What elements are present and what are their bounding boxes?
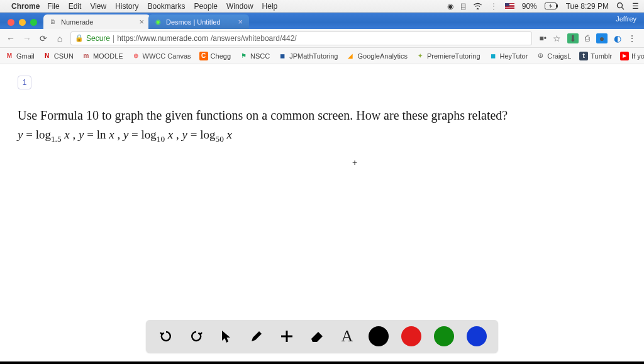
mac-menu-window[interactable]: Window — [226, 2, 253, 11]
eraser-tool[interactable] — [308, 327, 326, 345]
svg-point-2 — [618, 3, 623, 8]
mac-menu-help[interactable]: Help — [262, 2, 278, 11]
spotlight-icon[interactable] — [616, 2, 625, 10]
mac-menu-bookmarks[interactable]: Bookmarks — [148, 2, 186, 11]
browser-tab-active[interactable]: 🗎 Numerade × — [43, 14, 150, 29]
tab-close-icon[interactable]: × — [238, 17, 243, 26]
color-red[interactable] — [401, 326, 421, 346]
forward-button[interactable]: → — [21, 33, 33, 43]
menu-list-icon[interactable]: ☰ — [632, 2, 639, 11]
bottom-border — [0, 361, 644, 364]
bookmark-premiere[interactable]: ✦PremiereTutoring — [416, 52, 480, 60]
pencil-tool[interactable] — [248, 327, 265, 345]
back-button[interactable]: ← — [5, 33, 16, 43]
crosshair-cursor-icon: + — [352, 157, 357, 168]
bookmark-csun[interactable]: NCSUN — [43, 52, 74, 60]
video-icon[interactable]: ■• — [540, 34, 547, 43]
reload-button[interactable]: ⟳ — [38, 33, 49, 43]
bookmark-star-icon[interactable]: ☆ — [553, 33, 561, 43]
chrome-toolbar: ← → ⟳ ⌂ 🔒 Secure | https://www.numerade.… — [0, 29, 644, 48]
airplay-icon[interactable]: ⌸ — [461, 2, 465, 11]
bookmark-chegg[interactable]: CChegg — [199, 52, 231, 60]
clock[interactable]: Tue 8:29 PM — [566, 2, 609, 11]
mac-menu-people[interactable]: People — [194, 2, 218, 11]
tab-close-icon[interactable]: × — [139, 17, 144, 26]
bookmark-jpmath[interactable]: ◼JPMathTutoring — [278, 52, 338, 60]
bookmarks-bar: MGmail NCSUN mMOODLE ⊕WWCC Canvas CChegg… — [0, 48, 644, 64]
url-host: https://www.numerade.com — [117, 34, 208, 43]
bookmark-tumblr[interactable]: tTumblr — [579, 52, 612, 60]
bookmark-wwcc[interactable]: ⊕WWCC Canvas — [131, 52, 191, 60]
color-green[interactable] — [434, 326, 454, 346]
bookmark-gmail[interactable]: MGmail — [5, 52, 35, 60]
battery-percent: 90% — [522, 2, 537, 11]
color-blue[interactable] — [467, 326, 487, 346]
address-bar[interactable]: 🔒 Secure | https://www.numerade.com/answ… — [70, 31, 532, 45]
battery-icon[interactable] — [545, 3, 558, 9]
bookmark-nscc[interactable]: ⚑NSCC — [239, 52, 270, 60]
chrome-menu-icon[interactable]: ⋮ — [628, 33, 636, 43]
whiteboard-toolbar: A — [146, 320, 498, 353]
bookmark-moodle[interactable]: mMOODLE — [82, 52, 123, 60]
page-icon: 🗎 — [48, 18, 57, 26]
svg-line-3 — [622, 8, 625, 10]
window-close[interactable] — [8, 19, 14, 26]
color-black[interactable] — [369, 326, 389, 346]
tab-title: Numerade — [61, 18, 93, 26]
question-text: Use Formula 10 to graph the given functi… — [18, 106, 626, 125]
url-path: /answers/whiteboard/442/ — [211, 34, 297, 43]
page-content: 1 Use Formula 10 to graph the given func… — [0, 64, 644, 364]
mac-menu-history[interactable]: History — [115, 2, 138, 11]
mac-menu-edit[interactable]: Edit — [69, 2, 82, 11]
mac-menu-view[interactable]: View — [90, 2, 106, 11]
tab-title: Desmos | Untitled — [166, 18, 221, 26]
window-maximize[interactable] — [30, 19, 37, 26]
lock-icon: 🔒 — [75, 34, 84, 42]
mac-menu-file[interactable]: File — [47, 2, 59, 11]
extension-icon-3[interactable]: ◐ — [614, 33, 621, 43]
whiteboard-page-tab[interactable]: 1 — [18, 76, 31, 89]
svg-rect-1 — [557, 4, 558, 8]
undo-button[interactable] — [157, 327, 175, 345]
window-minimize[interactable] — [19, 19, 26, 26]
secure-label: Secure — [86, 34, 110, 43]
browser-tab-inactive[interactable]: ◉ Desmos | Untitled × — [148, 14, 249, 29]
question-math: y = log1.5 x , y = ln x , y = log10 x , … — [18, 128, 626, 144]
extension-icon-1[interactable]: ⬇ — [567, 33, 579, 43]
input-flag-icon[interactable] — [505, 3, 514, 9]
redo-button[interactable] — [187, 327, 205, 345]
bookmark-ga[interactable]: ◢GoogleAnalytics — [346, 52, 408, 60]
extension-icon-2[interactable]: ● — [596, 33, 608, 43]
status-app-icon[interactable]: ◉ — [447, 2, 453, 11]
bookmark-youtube[interactable]: ▶If you had 24 hours... — [620, 52, 644, 60]
mac-menu-bar: Chrome File Edit View History Bookmarks … — [0, 0, 644, 13]
bookmark-heytutor[interactable]: ◼HeyTutor — [489, 52, 528, 60]
bluetooth-icon[interactable]: ⋮ — [490, 2, 497, 11]
wifi-icon[interactable] — [473, 3, 482, 9]
desmos-icon: ◉ — [153, 18, 162, 26]
mac-app-name[interactable]: Chrome — [11, 2, 40, 11]
chrome-tab-strip: 🗎 Numerade × ◉ Desmos | Untitled × Jeffr… — [0, 13, 644, 29]
bookmark-craigsl[interactable]: ☮CraigsL — [536, 52, 571, 60]
pointer-tool[interactable] — [218, 327, 235, 345]
add-tool[interactable] — [278, 327, 296, 345]
chrome-profile-name[interactable]: Jeffrey — [616, 15, 636, 23]
window-controls — [8, 19, 37, 26]
text-tool[interactable]: A — [338, 327, 356, 345]
cast-icon[interactable]: ⎙ — [585, 33, 590, 43]
home-button[interactable]: ⌂ — [54, 33, 65, 43]
